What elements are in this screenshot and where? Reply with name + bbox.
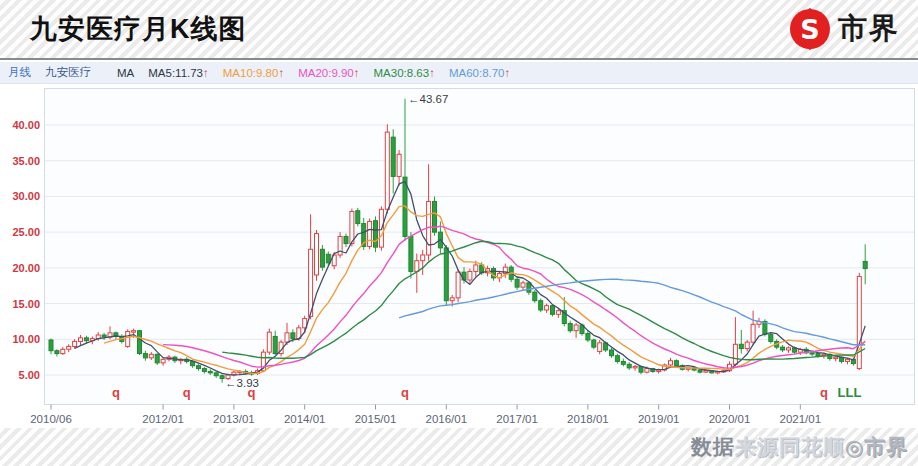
event-marker-L: L <box>838 385 846 400</box>
candle-body <box>397 154 401 176</box>
watermark-prefix: 数据 <box>691 435 735 458</box>
event-marker-LL: LL <box>845 385 861 400</box>
up-arrow-icon: ↑ <box>505 67 511 79</box>
price-annotation: ←43.67 <box>408 93 448 105</box>
x-axis-label: 2014/01 <box>284 413 326 425</box>
candle-body <box>621 361 625 364</box>
kline-chart-area: 40.0035.0030.0025.0020.0015.0010.005.00←… <box>0 85 918 428</box>
x-axis-label: 2015/01 <box>355 413 397 425</box>
x-axis-label: 2010/06 <box>30 413 72 425</box>
x-axis-label: 2020/01 <box>709 413 751 425</box>
page-header: 九安医疗月K线图 S 市界 <box>0 0 918 60</box>
candle-body <box>220 376 224 379</box>
x-axis-label: 2017/01 <box>496 413 538 425</box>
ma-readout: MA10:9.80↑ <box>223 67 284 79</box>
candle-body <box>627 364 631 368</box>
candle-body <box>315 234 319 275</box>
event-marker-q: q <box>183 385 191 400</box>
candle-body <box>143 354 147 358</box>
ma-readout: MA30:8.63↑ <box>374 67 435 79</box>
candle-body <box>645 369 649 373</box>
candle-body <box>669 361 673 365</box>
candle-body <box>368 221 372 246</box>
candle-body <box>320 249 324 267</box>
y-axis-label: 30.00 <box>12 190 40 202</box>
candle-body <box>291 333 295 339</box>
candle-body <box>415 261 419 272</box>
candle-body <box>285 333 289 342</box>
candle-body <box>61 349 65 353</box>
candle-body <box>733 344 737 364</box>
shijie-s-icon: S <box>789 8 831 50</box>
candle-body <box>421 255 425 261</box>
candle-body <box>769 334 773 341</box>
candle-body <box>409 236 413 271</box>
candle-body <box>615 356 619 362</box>
candle-body <box>633 366 637 367</box>
candle-body <box>533 292 537 301</box>
up-arrow-icon: ↑ <box>203 67 209 79</box>
candle-body <box>208 371 212 372</box>
candle-body <box>586 334 590 340</box>
candle-body <box>816 354 820 356</box>
watermark: 数据来源同花顺◎市界 <box>691 433 908 461</box>
candle-body <box>450 298 454 301</box>
candle-body <box>350 211 354 243</box>
candle-body <box>214 373 218 376</box>
candle-body <box>55 351 59 354</box>
candle-body <box>592 340 596 347</box>
event-marker-q: q <box>112 385 120 400</box>
y-axis-label: 20.00 <box>12 262 40 274</box>
candle-body <box>551 306 555 315</box>
ma-readout: MA20:9.90↑ <box>298 67 359 79</box>
x-axis-label: 2018/01 <box>567 413 609 425</box>
up-arrow-icon: ↑ <box>278 67 284 79</box>
candle-body <box>374 221 378 247</box>
candle-body <box>84 338 88 341</box>
stock-name[interactable]: 九安医疗 <box>45 65 91 80</box>
candle-body <box>326 254 330 263</box>
candle-body <box>781 347 785 350</box>
candle-body <box>698 370 702 372</box>
candle-body <box>857 276 861 368</box>
candle-body <box>202 369 206 372</box>
page-footer: 数据来源同花顺◎市界 <box>0 428 918 466</box>
x-axis-label: 2013/01 <box>213 413 255 425</box>
candle-body <box>739 344 743 348</box>
ma-readout: MA60:8.70↑ <box>449 67 510 79</box>
candle-body <box>155 354 159 363</box>
candle-body <box>745 342 749 348</box>
event-marker-q: q <box>248 385 256 400</box>
ma-readouts: MA5:11.73↑MA10:9.80↑MA20:9.90↑MA30:8.63↑… <box>148 67 524 79</box>
candle-body <box>49 340 53 351</box>
event-marker-q: q <box>820 385 828 400</box>
candle-body <box>598 343 602 352</box>
candle-body <box>863 261 867 268</box>
candle-body <box>556 311 560 315</box>
candle-body <box>102 335 106 337</box>
period-selector[interactable]: 月线 <box>8 65 31 80</box>
candle-body <box>751 324 755 342</box>
candle-body <box>568 324 572 331</box>
candle-body <box>138 331 142 354</box>
x-axis-label: 2012/01 <box>142 413 184 425</box>
candle-body <box>444 248 448 301</box>
page-title: 九安医疗月K线图 <box>30 11 247 47</box>
candle-body <box>846 359 850 361</box>
candle-body <box>456 272 460 298</box>
candle-body <box>574 325 578 331</box>
candle-body <box>704 371 708 372</box>
candle-body <box>126 331 130 346</box>
candle-body <box>834 357 838 358</box>
y-axis-label: 25.00 <box>12 226 40 238</box>
kline-chart-canvas[interactable]: 40.0035.0030.0025.0020.0015.0010.005.00←… <box>0 85 918 428</box>
up-arrow-icon: ↑ <box>429 67 435 79</box>
candle-body <box>674 361 678 366</box>
candle-body <box>67 346 71 349</box>
logo-wordmark: 市界 <box>838 9 900 49</box>
candle-body <box>356 211 360 224</box>
shijie-logo: S 市界 <box>789 8 900 50</box>
svg-text:S: S <box>800 14 819 45</box>
candle-body <box>545 306 549 310</box>
ma-readout: MA5:11.73↑ <box>148 67 209 79</box>
